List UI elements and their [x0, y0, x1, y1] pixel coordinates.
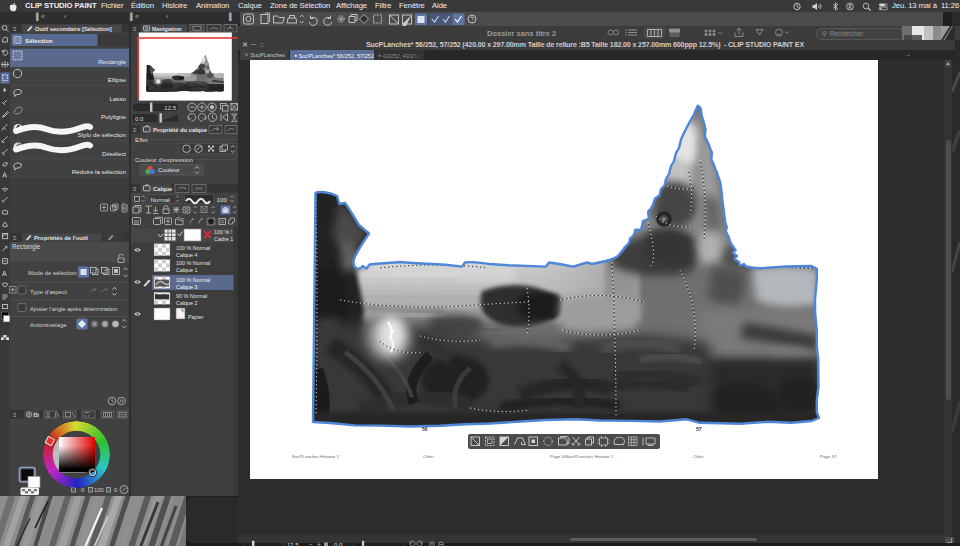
svg-text:100: 100 [94, 487, 104, 493]
svg-text:Propriété du calque: Propriété du calque [153, 127, 208, 133]
svg-text:Calque 1: Calque 1 [176, 267, 198, 273]
svg-text:Rectangle: Rectangle [98, 58, 126, 65]
svg-text:≡: ≡ [13, 235, 17, 241]
svg-text:Rectangle: Rectangle [12, 243, 41, 251]
svg-text:≡: ≡ [13, 412, 17, 418]
svg-text:Couleur d'expression: Couleur d'expression [135, 156, 193, 163]
svg-text:Normal: Normal [151, 197, 170, 203]
svg-text:Navigation: Navigation [152, 26, 182, 32]
svg-text:0: 0 [81, 487, 84, 493]
svg-text:0.0: 0.0 [135, 116, 144, 122]
svg-text:Propriétés de l'outil: Propriétés de l'outil [34, 235, 88, 241]
svg-text:Cadre 1: Cadre 1 [214, 236, 233, 242]
svg-text:Calque 2: Calque 2 [176, 300, 198, 306]
svg-text:Calque 3: Calque 3 [176, 284, 198, 290]
svg-text:0.0: 0.0 [334, 542, 343, 546]
svg-text:100: 100 [217, 196, 228, 203]
svg-text:+: + [317, 541, 321, 546]
svg-text:Polyligne: Polyligne [101, 113, 127, 120]
svg-text:100 % !: 100 % ! [214, 229, 233, 235]
svg-text:≡: ≡ [133, 26, 137, 32]
svg-text:12.5: 12.5 [164, 105, 176, 111]
svg-text:Effet: Effet [135, 136, 148, 143]
svg-text:Mode de sélection: Mode de sélection [28, 270, 77, 276]
svg-text:Calque 4: Calque 4 [176, 252, 198, 258]
svg-text:12.5: 12.5 [287, 542, 299, 546]
svg-text:Papier: Papier [188, 314, 204, 320]
svg-text:Désélect: Désélect [102, 150, 126, 157]
svg-text:≡: ≡ [133, 186, 137, 192]
svg-text:100 % Normal: 100 % Normal [176, 260, 210, 266]
svg-text:Calque: Calque [153, 186, 173, 192]
svg-text:Type d'aspect: Type d'aspect [30, 289, 67, 295]
svg-text:Stylo de sélection: Stylo de sélection [78, 131, 127, 138]
svg-text:≡: ≡ [133, 127, 137, 133]
svg-text:Lasso: Lasso [109, 95, 126, 102]
svg-text:−: − [309, 541, 313, 546]
svg-text:Sélection: Sélection [25, 37, 53, 44]
svg-text:Réduire la sélection: Réduire la sélection [72, 168, 127, 175]
svg-text:90 % Normal: 90 % Normal [176, 293, 207, 299]
svg-text:Ajuster l'angle après détermin: Ajuster l'angle après détermination [30, 306, 117, 312]
svg-text:Couleur: Couleur [158, 166, 180, 173]
svg-text:0: 0 [114, 487, 117, 493]
svg-text:Outil secondaire [Sélection]: Outil secondaire [Sélection] [35, 26, 112, 32]
svg-text:Ellipse: Ellipse [108, 76, 127, 83]
svg-text:Di: Di [34, 412, 40, 418]
svg-text:Anticrénelage: Anticrénelage [30, 322, 67, 328]
svg-text:100 % Normal: 100 % Normal [176, 245, 210, 251]
svg-text:≡: ≡ [13, 26, 17, 32]
svg-text:100 % Normal: 100 % Normal [176, 277, 210, 283]
